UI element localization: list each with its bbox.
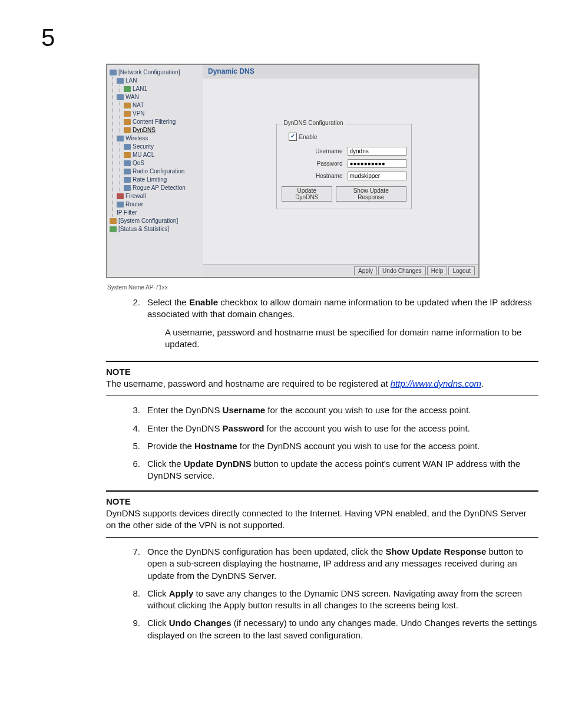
nav-tree: [Network Configuration] LAN LAN1 WAN NAT… — [107, 65, 203, 277]
qos-icon — [124, 160, 131, 166]
note-title-2: NOTE — [106, 496, 538, 506]
tree-rate[interactable]: Rate Limiting — [124, 176, 201, 184]
security-icon — [124, 144, 131, 150]
username-input[interactable] — [348, 147, 406, 156]
note-1-text: The username, password and hostname are … — [106, 378, 538, 390]
screenshot-body: [Network Configuration] LAN LAN1 WAN NAT… — [107, 65, 478, 277]
tree-wireless[interactable]: Wireless — [117, 134, 201, 143]
note-2: NOTE DynDNS supports devices directly co… — [106, 490, 538, 538]
lan-icon — [117, 78, 124, 84]
note-1: NOTE The username, password and hostname… — [106, 361, 538, 396]
dyndns-fieldset: DynDNS Configuration ✔ Enable Username P… — [276, 124, 412, 209]
step-4: 4.Enter the DynDNS Password for the acco… — [130, 423, 538, 434]
tree-syscfg[interactable]: [System Configuration] — [110, 217, 201, 225]
password-row: Password — [282, 159, 406, 168]
tree-root[interactable]: [Network Configuration] — [110, 68, 201, 77]
show-response-button[interactable]: Show Update Response — [336, 186, 406, 202]
filter-icon — [124, 119, 131, 125]
config-panel: DynDNS Configuration ✔ Enable Username P… — [276, 124, 412, 209]
tree-firewall[interactable]: Firewall — [117, 192, 201, 200]
vpn-icon — [124, 111, 131, 117]
enable-row: ✔ Enable — [289, 133, 406, 141]
tree-muacl[interactable]: MU ACL — [124, 151, 201, 159]
username-label: Username — [308, 148, 343, 154]
note-2-text: DynDNS supports devices directly connect… — [106, 508, 538, 532]
muacl-icon — [124, 152, 131, 158]
password-label: Password — [308, 160, 343, 167]
note-title: NOTE — [106, 367, 538, 377]
button-row: Update DynDNS Show Update Response — [282, 186, 406, 202]
step-6: 6.Click the Update DynDNS button to upda… — [130, 458, 538, 482]
wireless-icon — [117, 136, 124, 141]
tree-cf[interactable]: Content Filtering — [124, 118, 201, 126]
tree-dyndns[interactable]: DynDNS — [124, 126, 201, 134]
chapter-number: 5 — [41, 24, 538, 52]
step-5: 5.Provide the Hostname for the DynDNS ac… — [130, 440, 538, 452]
logout-button[interactable]: Logout — [448, 266, 475, 275]
undo-button[interactable]: Undo Changes — [378, 266, 426, 275]
rate-icon — [124, 177, 131, 183]
tree-qos[interactable]: QoS — [124, 159, 201, 167]
tree-security[interactable]: Security — [124, 143, 201, 151]
hostname-label: Hostname — [308, 173, 343, 179]
hostname-input[interactable] — [348, 172, 406, 180]
tree-nat[interactable]: NAT — [124, 101, 201, 110]
step-7: 7.Once the DynDNS configuration has been… — [130, 546, 538, 582]
step-8: 8.Click Apply to save any changes to the… — [130, 588, 538, 612]
enable-label: Enable — [299, 134, 318, 140]
screenshot: [Network Configuration] LAN LAN1 WAN NAT… — [106, 64, 480, 278]
tree-ipfilter[interactable]: IP Filter — [117, 209, 201, 217]
dyndns-link[interactable]: http://www.dyndns.com — [391, 378, 481, 388]
apply-button[interactable]: Apply — [354, 266, 377, 275]
hostname-row: Hostname — [282, 172, 406, 180]
update-dyndns-button[interactable]: Update DynDNS — [282, 186, 332, 202]
page: 5 [Network Configuration] LAN LAN1 WAN N… — [0, 24, 562, 671]
stats-icon — [110, 226, 117, 232]
router-icon — [117, 202, 124, 207]
fieldset-legend: DynDNS Configuration — [282, 120, 346, 126]
tree-radio[interactable]: Radio Configuration — [124, 167, 201, 176]
tree-lan[interactable]: LAN — [117, 77, 201, 85]
step-2: 2.Select the Enable checkbox to allow do… — [130, 297, 538, 321]
help-button[interactable]: Help — [427, 266, 448, 275]
username-row: Username — [282, 147, 406, 156]
syscfg-icon — [110, 218, 117, 224]
step-2-sub: A username, password and hostname must b… — [165, 327, 538, 351]
rogue-icon — [124, 185, 131, 191]
tree-lan1[interactable]: LAN1 — [124, 85, 201, 93]
tree-stats[interactable]: [Status & Statistics] — [110, 225, 201, 233]
content-title: Dynamic DNS — [203, 65, 478, 78]
enable-checkbox[interactable]: ✔ — [289, 133, 297, 141]
lan1-icon — [124, 86, 131, 92]
footer-bar: Apply Undo Changes Help Logout — [203, 264, 478, 277]
step-3: 3.Enter the DynDNS Username for the acco… — [130, 404, 538, 416]
tree-wan[interactable]: WAN — [117, 93, 201, 101]
tree-router[interactable]: Router — [117, 200, 201, 209]
radio-icon — [124, 169, 131, 174]
nat-icon — [124, 103, 131, 108]
system-name: System Name AP-71xx — [107, 284, 538, 291]
network-icon — [110, 70, 117, 75]
tree-vpn[interactable]: VPN — [124, 110, 201, 118]
step-9: 9.Click Undo Changes (if necessary) to u… — [130, 617, 538, 641]
dyndns-icon — [124, 127, 131, 133]
tree-rogue[interactable]: Rogue AP Detection — [124, 184, 201, 192]
password-input[interactable] — [348, 159, 406, 168]
firewall-icon — [117, 193, 124, 199]
content-pane: Dynamic DNS DynDNS Configuration ✔ Enabl… — [203, 65, 478, 277]
wan-icon — [117, 94, 124, 100]
